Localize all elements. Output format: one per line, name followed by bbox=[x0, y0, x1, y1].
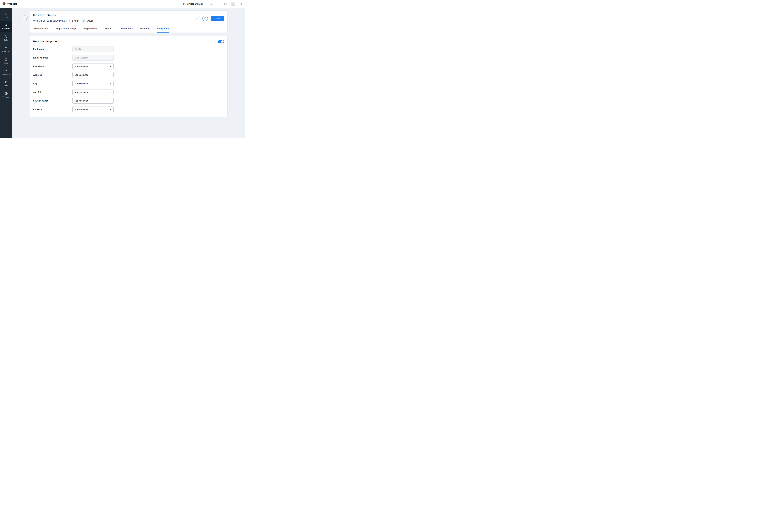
tab-preferences[interactable]: Preferences bbox=[120, 25, 133, 33]
chevron-down-icon bbox=[109, 73, 112, 76]
app-window: Webinar My Department bbox=[0, 0, 245, 138]
header-actions: Start bbox=[195, 16, 224, 21]
topbar: Webinar My Department bbox=[0, 0, 245, 8]
chevron-down-icon bbox=[109, 108, 112, 111]
users-icon bbox=[4, 80, 8, 84]
field-mapping-form: First NameEmail AddressLast NameNone sel… bbox=[33, 45, 224, 113]
app-title: Webinar bbox=[7, 2, 17, 5]
field-input-email-address[interactable] bbox=[72, 55, 113, 61]
field-label: Address bbox=[33, 74, 72, 76]
field-select-address[interactable]: None selected bbox=[72, 72, 113, 78]
tab-integration[interactable]: Integration bbox=[157, 25, 169, 33]
webinar-summary: Product Demo Wed, Jul 09, 2025 05:30 PM … bbox=[33, 13, 93, 23]
field-select-job-title[interactable]: None selected bbox=[72, 89, 113, 95]
back-button[interactable] bbox=[23, 15, 28, 20]
host-name: Oliver bbox=[87, 20, 93, 22]
share-icon bbox=[204, 17, 206, 20]
webinar-host: Oliver bbox=[82, 19, 93, 23]
field-label: Industry bbox=[33, 108, 72, 111]
user-avatar[interactable] bbox=[231, 2, 236, 6]
department-selector[interactable]: My Department bbox=[183, 2, 206, 5]
sidebar-item-calls[interactable]: Calls bbox=[0, 32, 12, 44]
app-logo-icon bbox=[2, 2, 6, 6]
field-select-state-province[interactable]: None selected bbox=[72, 98, 113, 104]
chevron-down-icon bbox=[204, 3, 206, 5]
department-building-icon bbox=[183, 2, 186, 5]
sidebar-item-files[interactable]: Files bbox=[0, 55, 12, 67]
field-label: City bbox=[33, 82, 72, 85]
announcement-icon[interactable] bbox=[224, 2, 227, 5]
meta-divider bbox=[69, 19, 70, 22]
department-label: My Department bbox=[187, 3, 203, 5]
sidebar-item-settings[interactable]: Settings bbox=[0, 89, 12, 101]
calendar-icon bbox=[4, 46, 8, 49]
field-label: First Name bbox=[33, 48, 72, 50]
chevron-down-icon bbox=[109, 91, 112, 94]
tab-promote[interactable]: Promote bbox=[140, 25, 149, 33]
field-label: Last Name bbox=[33, 65, 72, 68]
chevron-down-icon bbox=[109, 65, 112, 68]
files-icon bbox=[4, 58, 8, 61]
chevron-down-icon bbox=[109, 99, 112, 102]
tab-emails[interactable]: Emails bbox=[105, 25, 112, 33]
analytics-icon bbox=[4, 69, 8, 72]
app-brand: Webinar bbox=[2, 2, 17, 6]
sidebar-item-analytics[interactable]: Analytics bbox=[0, 67, 12, 78]
field-row-city: CityNone selected bbox=[33, 79, 224, 88]
more-options-icon bbox=[197, 17, 199, 20]
tab-registration-setup[interactable]: Registration Setup bbox=[56, 25, 76, 33]
field-input-first-name[interactable] bbox=[72, 46, 113, 52]
chevron-left-icon bbox=[24, 16, 27, 19]
host-avatar bbox=[82, 19, 85, 23]
tab-webinar-info[interactable]: Webinar Info bbox=[34, 25, 48, 33]
webinar-datetime: Wed, Jul 09, 2025 05:30 PM IST bbox=[33, 20, 67, 22]
sidebar-item-home[interactable]: Home bbox=[0, 9, 12, 21]
sidebar-nav: HomeWebinarsCallsCalendarFilesAnalyticsU… bbox=[0, 8, 12, 138]
tab-bar: Webinar InfoRegistration SetupEngagement… bbox=[30, 25, 227, 33]
topbar-actions: My Department bbox=[183, 2, 243, 6]
webinars-icon bbox=[4, 24, 8, 27]
download-icon[interactable] bbox=[217, 2, 220, 5]
chevron-down-icon bbox=[109, 82, 112, 85]
sidebar-item-webinars[interactable]: Webinars bbox=[0, 21, 12, 32]
more-options-button[interactable] bbox=[195, 16, 200, 21]
panel-title: Hubspot Integrations bbox=[33, 40, 60, 43]
hubspot-toggle[interactable] bbox=[218, 40, 224, 43]
person-icon bbox=[82, 20, 85, 22]
phone-icon[interactable] bbox=[210, 2, 213, 5]
person-icon bbox=[231, 2, 235, 6]
field-row-industry: IndustryNone selected bbox=[33, 105, 224, 113]
field-label: Job Title bbox=[33, 91, 72, 94]
field-label: State/Province bbox=[33, 100, 72, 102]
toggle-knob bbox=[221, 40, 224, 43]
field-select-industry[interactable]: None selected bbox=[72, 107, 113, 112]
page-title: Product Demo bbox=[33, 13, 93, 17]
field-row-email-address: Email Address bbox=[33, 54, 224, 62]
field-row-first-name: First Name bbox=[33, 45, 224, 54]
webinar-header-card: Product Demo Wed, Jul 09, 2025 05:30 PM … bbox=[30, 10, 227, 33]
settings-icon bbox=[4, 92, 8, 95]
webinar-duration: 1 hour bbox=[72, 20, 79, 22]
home-icon bbox=[4, 12, 8, 15]
field-row-last-name: Last NameNone selected bbox=[33, 62, 224, 71]
field-label: Email Address bbox=[33, 57, 72, 59]
field-row-job-title: Job TitleNone selected bbox=[33, 88, 224, 96]
field-row-state-province: State/ProvinceNone selected bbox=[33, 96, 224, 105]
field-row-address: AddressNone selected bbox=[33, 71, 224, 79]
field-select-last-name[interactable]: None selected bbox=[72, 64, 113, 69]
share-button[interactable] bbox=[202, 16, 208, 21]
main-content: Product Demo Wed, Jul 09, 2025 05:30 PM … bbox=[12, 8, 245, 138]
calls-icon bbox=[4, 35, 8, 38]
tab-engagement[interactable]: Engagement bbox=[83, 25, 97, 33]
integration-panel: Hubspot Integrations First NameEmail Add… bbox=[30, 36, 227, 117]
field-select-city[interactable]: None selected bbox=[72, 81, 113, 86]
sidebar-item-calendar[interactable]: Calendar bbox=[0, 44, 12, 55]
sidebar-item-users[interactable]: Users bbox=[0, 78, 12, 89]
apps-grid-icon[interactable] bbox=[239, 2, 243, 6]
webinar-meta: Wed, Jul 09, 2025 05:30 PM IST 1 hour Ol… bbox=[33, 19, 93, 23]
start-button[interactable]: Start bbox=[211, 16, 224, 21]
